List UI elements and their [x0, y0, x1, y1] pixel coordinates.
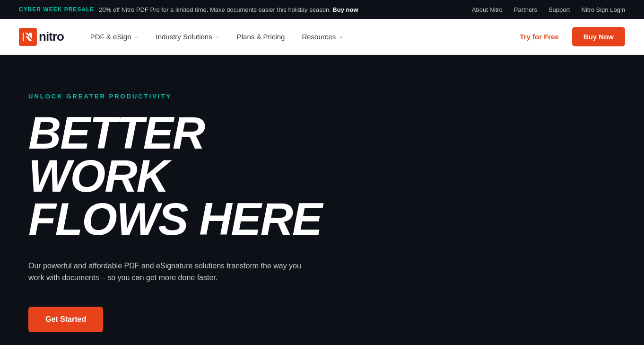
banner-buy-now-link[interactable]: Buy now	[332, 6, 358, 13]
hero-headline-line2: FLOWS HERE	[28, 197, 340, 240]
banner-promo-text: 20% off Nitro PDF Pro for a limited time…	[99, 6, 358, 13]
hero-subtext: Our powerful and affordable PDF and eSig…	[28, 260, 303, 284]
hero-headline-line1: BETTER WORK	[28, 111, 340, 197]
logo[interactable]: nitro	[19, 28, 64, 46]
try-free-button[interactable]: Try for Free	[514, 29, 565, 44]
buy-now-button[interactable]: Buy Now	[572, 27, 625, 46]
logo-text: nitro	[39, 29, 64, 44]
resources-arrow-icon: →	[338, 34, 343, 40]
banner-left: CYBER WEEK PRESALE 20% off Nitro PDF Pro…	[19, 6, 472, 13]
get-started-button[interactable]: Get Started	[28, 307, 103, 332]
nav-resources[interactable]: Resources →	[294, 29, 351, 44]
banner-right: About Nitro Partners Support Nitro Sign …	[472, 6, 625, 13]
hero-content: UNLOCK GREATER PRODUCTIVITY BETTER WORK …	[28, 93, 340, 332]
top-banner: CYBER WEEK PRESALE 20% off Nitro PDF Pro…	[0, 0, 644, 19]
nitro-logo-icon	[19, 28, 37, 46]
industry-solutions-arrow-icon: →	[214, 34, 220, 40]
nav-pdf-esign[interactable]: PDF & eSign →	[83, 29, 147, 44]
partners-link[interactable]: Partners	[514, 6, 537, 13]
support-link[interactable]: Support	[548, 6, 570, 13]
hero-headline: BETTER WORK FLOWS HERE	[28, 111, 340, 241]
pdf-esign-arrow-icon: →	[133, 34, 139, 40]
nav-industry-solutions[interactable]: Industry Solutions →	[148, 29, 227, 44]
cyber-week-label: CYBER WEEK PRESALE	[19, 6, 94, 13]
hero-eyebrow: UNLOCK GREATER PRODUCTIVITY	[28, 93, 340, 100]
hero-section: UNLOCK GREATER PRODUCTIVITY BETTER WORK …	[0, 55, 644, 345]
nav-actions: Try for Free Buy Now	[514, 27, 625, 46]
main-nav: nitro PDF & eSign → Industry Solutions →…	[0, 19, 644, 55]
nav-links: PDF & eSign → Industry Solutions → Plans…	[83, 29, 514, 44]
about-nitro-link[interactable]: About Nitro	[472, 6, 503, 13]
nav-plans-pricing[interactable]: Plans & Pricing	[229, 29, 293, 44]
sign-login-link[interactable]: Nitro Sign Login	[582, 6, 626, 13]
